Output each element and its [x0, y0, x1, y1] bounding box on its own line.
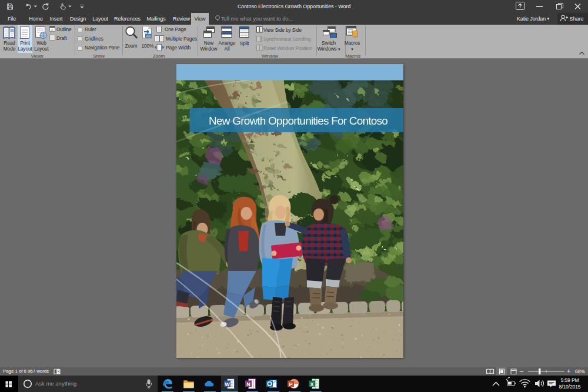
- svg-text:New Growth Opportunities For C: New Growth Opportunities For Contoso: [209, 115, 387, 127]
- svg-text:P: P: [289, 381, 292, 387]
- svg-text:100: 100: [146, 34, 151, 38]
- svg-text:X: X: [310, 381, 313, 387]
- svg-text:W: W: [225, 381, 230, 387]
- svg-text:N: N: [246, 381, 250, 387]
